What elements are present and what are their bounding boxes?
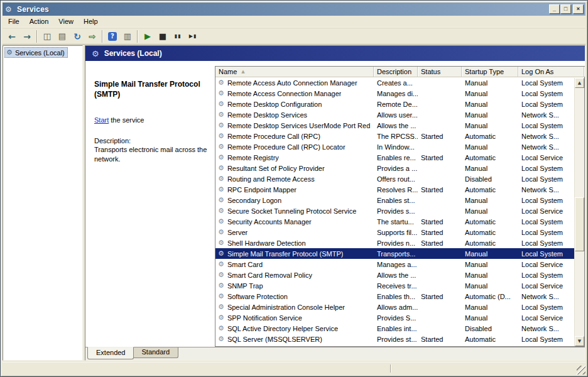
cell-description: Provides S... xyxy=(374,314,418,322)
column-header-name[interactable]: Name▲ xyxy=(215,67,374,77)
window-title: Services xyxy=(17,5,546,14)
cell-startup-type: Automatic xyxy=(462,229,518,236)
tree-item-services-local[interactable]: ⚙ Services (Local) xyxy=(5,48,67,57)
cell-name: ⚙Special Administration Console Helper xyxy=(215,303,374,311)
service-row[interactable]: ⚙Security Accounts ManagerThe startu...S… xyxy=(215,216,574,227)
service-row[interactable]: ⚙SNMP TrapReceives tr...ManualLocal Serv… xyxy=(215,280,574,291)
service-row[interactable]: ⚙ServerSupports fil...StartedAutomaticLo… xyxy=(215,227,574,238)
column-header-description[interactable]: Description xyxy=(374,67,418,77)
restart-service-button[interactable]: ▶▮ xyxy=(185,30,200,43)
service-row[interactable]: ⚙SPP Notification ServiceProvides S...Ma… xyxy=(215,312,574,323)
cell-name: ⚙Remote Procedure Call (RPC) xyxy=(215,133,374,140)
service-name: Remote Desktop Services UserMode Port Re… xyxy=(227,122,371,129)
service-row[interactable]: ⚙SQL Active Directory Helper ServiceEnab… xyxy=(215,323,574,334)
title-bar[interactable]: ⚙ Services _□× xyxy=(3,3,585,16)
menu-file[interactable]: File xyxy=(3,16,24,27)
column-header-status[interactable]: Status xyxy=(418,67,462,77)
tabs-row: ExtendedStandard xyxy=(85,347,585,360)
band-title: Services (Local) xyxy=(104,49,162,58)
properties-button[interactable]: ▤ xyxy=(55,30,70,43)
cell-startup-type: Manual xyxy=(462,111,518,119)
service-name: Remote Procedure Call (RPC) xyxy=(227,133,320,140)
scroll-track[interactable] xyxy=(575,88,584,336)
service-row[interactable]: ⚙Remote Desktop ServicesAllows user...Ma… xyxy=(215,109,574,120)
scroll-down-button[interactable]: ▼ xyxy=(575,336,584,346)
cell-description: Enables st... xyxy=(374,197,418,204)
cell-name: ⚙Remote Access Connection Manager xyxy=(215,90,374,97)
service-gear-icon: ⚙ xyxy=(218,165,224,172)
service-row[interactable]: ⚙Simple Mail Transfer Protocol (SMTP)Tra… xyxy=(215,248,574,259)
minimize-button[interactable]: _ xyxy=(549,4,560,14)
stop-service-button[interactable]: ■ xyxy=(155,30,170,43)
menu-bar: FileActionViewHelp xyxy=(3,16,585,28)
cell-log-on-as: Local Service xyxy=(518,261,574,268)
cell-description: The startu... xyxy=(374,218,418,226)
maximize-button[interactable]: □ xyxy=(560,4,571,14)
show-hide-action-pane-button[interactable]: ▥ xyxy=(120,30,135,43)
show-hide-console-tree-button[interactable]: ◫ xyxy=(40,30,55,43)
service-row[interactable]: ⚙Remote Procedure Call (RPC) LocatorIn W… xyxy=(215,141,574,152)
service-row[interactable]: ⚙Remote Procedure Call (RPC)The RPCSS...… xyxy=(215,131,574,141)
list-header: Name▲DescriptionStatusStartup TypeLog On… xyxy=(215,67,584,77)
cell-startup-type: Manual xyxy=(462,101,518,108)
cell-description: Provides s... xyxy=(374,207,418,215)
service-row[interactable]: ⚙Remote Desktop Services UserMode Port R… xyxy=(215,120,574,131)
cell-description: Manages di... xyxy=(374,90,418,97)
cell-log-on-as: Local System xyxy=(518,271,574,279)
export-list-button[interactable]: ⇨ xyxy=(85,30,100,43)
vertical-scrollbar[interactable]: ▲ ▼ xyxy=(574,78,584,346)
service-row[interactable]: ⚙Routing and Remote AccessOffers rout...… xyxy=(215,173,574,184)
service-name: Remote Desktop Services xyxy=(227,111,307,119)
cell-description: Manages a... xyxy=(374,261,418,268)
service-row[interactable]: ⚙Remote Access Connection ManagerManages… xyxy=(215,88,574,99)
service-row[interactable]: ⚙Remote Desktop ConfigurationRemote De..… xyxy=(215,99,574,109)
service-row[interactable]: ⚙Resultant Set of Policy ProviderProvide… xyxy=(215,163,574,173)
cell-description: Resolves R... xyxy=(374,186,418,194)
cell-status: Started xyxy=(418,336,462,343)
service-row[interactable]: ⚙Remote RegistryEnables re...StartedAuto… xyxy=(215,152,574,163)
service-row[interactable]: ⚙Smart Card Removal PolicyAllows the ...… xyxy=(215,270,574,280)
start-service-link[interactable]: Start xyxy=(94,116,109,124)
service-name: Secondary Logon xyxy=(227,197,281,204)
resize-grip[interactable] xyxy=(577,366,585,374)
forward-button[interactable]: → xyxy=(19,30,35,43)
content-area: Simple Mail Transfer Protocol (SMTP) Sta… xyxy=(85,61,585,347)
service-row[interactable]: ⚙SQL Server (MSSQLSERVER)Provides st...S… xyxy=(215,334,574,344)
cell-description: Enables th... xyxy=(374,293,418,300)
service-action-suffix: the service xyxy=(109,116,144,124)
column-header-log-on-as[interactable]: Log On As xyxy=(518,67,584,77)
service-row[interactable]: ⚙Software ProtectionEnables th...Started… xyxy=(215,291,574,302)
scroll-thumb[interactable] xyxy=(575,197,584,251)
back-button[interactable]: ← xyxy=(4,30,19,43)
service-row[interactable]: ⚙Secure Socket Tunneling Protocol Servic… xyxy=(215,205,574,216)
cell-description: Allows user... xyxy=(374,111,418,119)
tab-standard[interactable]: Standard xyxy=(133,347,178,358)
pause-service-button[interactable]: ▮▮ xyxy=(170,30,185,43)
service-row[interactable]: ⚙Smart CardManages a...ManualLocal Servi… xyxy=(215,259,574,270)
service-gear-icon: ⚙ xyxy=(218,133,224,139)
service-gear-icon: ⚙ xyxy=(218,325,224,332)
start-service-button[interactable]: ▶ xyxy=(140,30,155,43)
cell-log-on-as: Local System xyxy=(518,197,574,204)
service-row[interactable]: ⚙Shell Hardware DetectionProvides n...St… xyxy=(215,238,574,248)
services-gear-icon: ⚙ xyxy=(6,48,13,57)
scroll-up-button[interactable]: ▲ xyxy=(575,78,584,88)
cell-startup-type: Automatic (D... xyxy=(462,293,518,300)
refresh-button[interactable]: ↻ xyxy=(70,30,85,43)
menu-action[interactable]: Action xyxy=(24,16,54,27)
menu-view[interactable]: View xyxy=(53,16,79,27)
service-row[interactable]: ⚙Special Administration Console HelperAl… xyxy=(215,302,574,312)
close-button[interactable]: × xyxy=(573,4,584,14)
service-gear-icon: ⚙ xyxy=(218,197,224,204)
tab-extended[interactable]: Extended xyxy=(87,347,134,359)
help-button[interactable]: ? xyxy=(105,30,120,43)
column-header-startup-type[interactable]: Startup Type xyxy=(462,67,518,77)
menu-help[interactable]: Help xyxy=(79,16,103,27)
cell-description: Allows the ... xyxy=(374,271,418,279)
service-row[interactable]: ⚙Secondary LogonEnables st...ManualLocal… xyxy=(215,195,574,205)
cell-name: ⚙SQL Active Directory Helper Service xyxy=(215,325,374,332)
service-row[interactable]: ⚙Remote Access Auto Connection ManagerCr… xyxy=(215,77,574,88)
refresh-icon: ↻ xyxy=(74,32,81,41)
cell-description: Offers rout... xyxy=(374,175,418,183)
service-row[interactable]: ⚙RPC Endpoint MapperResolves R...Started… xyxy=(215,184,574,195)
